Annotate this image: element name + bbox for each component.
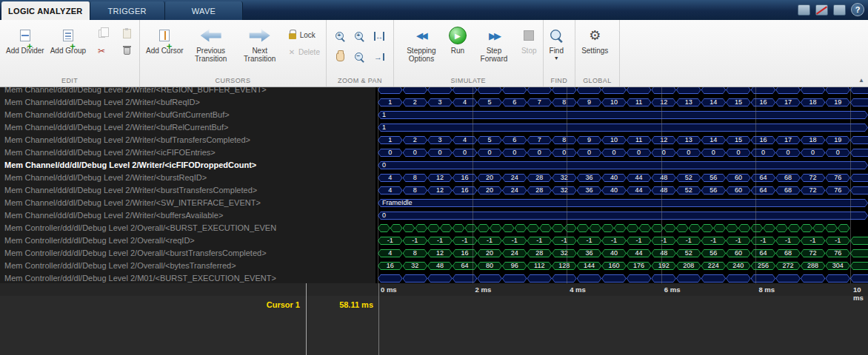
signal-label[interactable]: Mem Controller/dd/dl/Debug Level 2/M01/<… — [0, 272, 375, 283]
signal-waveform[interactable]: 481216202428323640444852566064687276 — [375, 172, 868, 184]
signal-row: Mem Channel/dd/dl/Debug Level 2/Writer/<… — [0, 134, 868, 146]
snapshot-icon[interactable] — [833, 4, 846, 16]
signal-waveform[interactable]: FrameIdle — [375, 197, 868, 209]
tab-trigger[interactable]: TRIGGER — [90, 1, 165, 20]
signal-label[interactable]: Mem Channel/dd/dl/Debug Level 2/Writer/<… — [0, 87, 375, 96]
signal-row: Mem Channel/dd/dl/Debug Level 2/Writer/<… — [0, 87, 868, 96]
waveform-segment — [751, 87, 776, 94]
next-transition-button[interactable]: Next Transition — [236, 23, 284, 64]
pan-icon[interactable] — [334, 51, 347, 63]
signal-label[interactable]: Mem Channel/dd/dl/Debug Level 2/Writer/<… — [0, 197, 375, 209]
waveform-segment: 20 — [477, 186, 502, 195]
waveform-segment — [464, 224, 477, 232]
waveform-segment: 48 — [651, 174, 676, 182]
waveform-segment: 44 — [627, 174, 652, 182]
signal-label[interactable]: Mem Controller/dd/dl/Debug Level 2/Overa… — [0, 260, 375, 272]
signal-label[interactable]: Mem Channel/dd/dl/Debug Level 2/Writer/<… — [0, 134, 375, 146]
add-cursor-button[interactable]: + Add Cursor — [143, 23, 187, 56]
lock-button[interactable]: Lock — [289, 30, 320, 39]
signal-waveform[interactable]: 1 — [375, 121, 868, 134]
signal-waveform[interactable]: 0 — [375, 209, 868, 222]
signal-label[interactable]: Mem Controller/dd/dl/Debug Level 2/Overa… — [0, 247, 375, 260]
signal-row: Mem Channel/dd/dl/Debug Level 2/Writer/<… — [0, 172, 868, 184]
signal-waveform[interactable] — [375, 87, 868, 96]
waveform-segment: 32 — [552, 186, 577, 195]
zoom-in-icon[interactable]: + — [334, 30, 347, 42]
signal-waveform[interactable]: 481216202428323640444852566064687276 — [375, 247, 868, 260]
signal-waveform[interactable]: 1632486480961121281441601761922082242402… — [375, 260, 868, 272]
settings-gear-icon: ⚙ — [589, 24, 601, 47]
signal-waveform[interactable]: 1 — [375, 109, 868, 121]
signal-waveform[interactable]: 0 — [375, 159, 868, 172]
signal-waveform[interactable] — [375, 222, 868, 234]
signal-waveform[interactable]: -1-1-1-1-1-1-1-1-1-1-1-1-1-1-1-1-1-1-1 — [375, 234, 868, 247]
signal-label[interactable]: Mem Channel/dd/dl/Debug Level 2/Writer/<… — [0, 159, 375, 172]
waveform-viewport[interactable]: Mem Channel/dd/dl/Debug Level 2/Writer/<… — [0, 87, 868, 283]
settings-button[interactable]: ⚙ Settings — [578, 23, 611, 56]
signal-label[interactable]: Mem Channel/dd/dl/Debug Level 2/Writer/<… — [0, 121, 375, 134]
signal-waveform[interactable] — [375, 272, 868, 283]
signal-label[interactable]: Mem Controller/dd/dl/Debug Level 2/Overa… — [0, 234, 375, 247]
help-icon[interactable]: ? — [851, 3, 864, 16]
signal-label[interactable]: Mem Channel/dd/dl/Debug Level 2/Writer/<… — [0, 209, 375, 222]
paste-icon[interactable] — [120, 27, 133, 39]
hide-display-icon[interactable] — [815, 4, 828, 16]
run-button[interactable]: ▶ Run — [446, 23, 470, 56]
stepping-options-button[interactable]: ◀◀ Stepping Options — [397, 23, 446, 64]
tab-logic-analyzer[interactable]: LOGIC ANALYZER — [1, 1, 90, 20]
zoom-to-range-icon[interactable]: → — [373, 51, 386, 63]
waveform-segment: 0 — [378, 212, 868, 220]
signal-label[interactable]: Mem Channel/dd/dl/Debug Level 2/Writer/<… — [0, 184, 375, 197]
signal-row: Mem Controller/dd/dl/Debug Level 2/M01/<… — [0, 272, 868, 283]
waveform-segment: 44 — [627, 186, 652, 195]
time-tick-label: 2 ms — [475, 285, 492, 294]
stepping-options-icon: ◀◀ — [416, 24, 426, 47]
waveform-segment — [403, 224, 415, 232]
waveform-segment: 19 — [825, 98, 850, 106]
dock-panel-icon[interactable] — [798, 4, 810, 16]
waveform-segment: 160 — [601, 262, 627, 270]
signal-label[interactable]: Mem Channel/dd/dl/Debug Level 2/Writer/<… — [0, 96, 375, 109]
signal-waveform[interactable]: 0000000000000000000 — [375, 146, 868, 159]
zoom-in-x-icon[interactable]: + — [353, 30, 367, 42]
stop-button[interactable]: Stop — [518, 23, 540, 56]
previous-transition-button[interactable]: Previous Transition — [187, 23, 236, 64]
signal-waveform[interactable]: 12345678910111213141516171819 — [375, 96, 868, 109]
waveform-segment — [775, 224, 788, 232]
signal-row: Mem Channel/dd/dl/Debug Level 2/Writer/<… — [0, 109, 868, 121]
fit-to-view-icon[interactable]: ↔ — [373, 30, 386, 42]
signal-waveform[interactable]: 12345678910111213141516171819 — [375, 134, 868, 146]
waveform-segment: 144 — [577, 262, 602, 270]
step-forward-icon: ▶▶ — [489, 24, 499, 47]
signal-label[interactable]: Mem Channel/dd/dl/Debug Level 2/Writer/<… — [0, 172, 375, 184]
waveform-segment: 36 — [577, 186, 602, 195]
waveform-segment: 0 — [676, 149, 701, 157]
time-tick-label: 8 ms — [758, 285, 775, 294]
waveform-segment: 72 — [801, 249, 826, 257]
waveform-segment — [577, 274, 602, 283]
tab-wave[interactable]: WAVE — [165, 1, 243, 20]
signal-label[interactable]: Mem Channel/dd/dl/Debug Level 2/Writer/<… — [0, 109, 375, 121]
waveform-segment: 64 — [751, 186, 776, 195]
collapse-toolstrip-icon[interactable]: ▲ — [858, 77, 864, 84]
logic-analyzer-window: LOGIC ANALYZER TRIGGER WAVE ? + Add Divi… — [0, 0, 868, 355]
signal-label[interactable]: Mem Controller/dd/dl/Debug Level 2/Overa… — [0, 222, 375, 234]
copy-icon[interactable] — [95, 27, 108, 39]
add-group-button[interactable]: + Add Group — [47, 23, 89, 56]
cut-icon[interactable]: ✂ — [95, 45, 108, 57]
waveform-segment: -1 — [403, 237, 428, 245]
cursor-panel-divider — [306, 283, 307, 355]
zoom-out-icon[interactable]: − — [353, 51, 367, 63]
waveform-segment: 48 — [427, 262, 453, 270]
waveform-segment: 112 — [527, 262, 552, 270]
simulate-section: ◀◀ Stepping Options ▶ Run ▶▶ Step Forwar… — [394, 20, 544, 87]
delete-cursor-button[interactable]: ✕ Delete — [289, 48, 320, 56]
waveform-segment: 12 — [427, 249, 453, 257]
step-forward-button[interactable]: ▶▶ Step Forward — [470, 23, 518, 64]
delete-signal-icon[interactable] — [120, 45, 133, 57]
find-button[interactable]: Find ▼ — [547, 23, 567, 62]
signal-waveform[interactable]: 481216202428323640444852566064687276 — [375, 184, 868, 197]
add-divider-button[interactable]: + Add Divider — [3, 23, 47, 56]
waveform-segment — [701, 274, 727, 283]
signal-label[interactable]: Mem Channel/dd/dl/Debug Level 2/Writer/<… — [0, 146, 375, 159]
